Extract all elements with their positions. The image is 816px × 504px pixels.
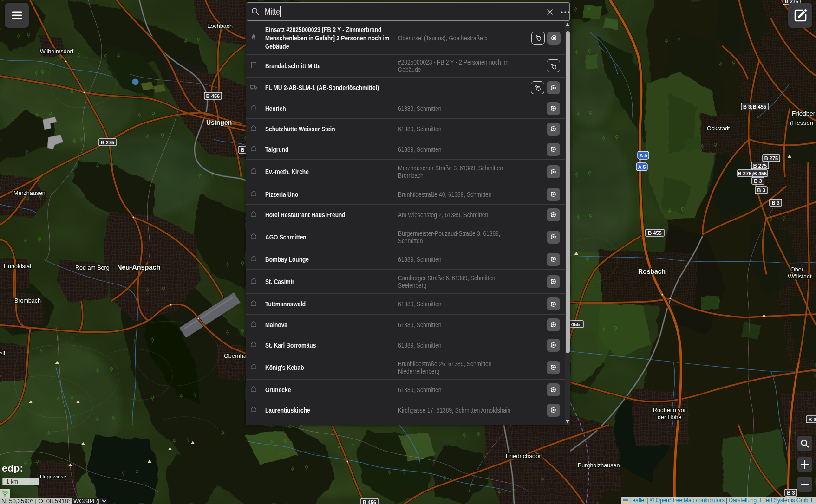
svg-text:B 3;B 455: B 3;B 455: [743, 104, 766, 110]
svg-text:B 3: B 3: [808, 417, 816, 422]
svg-text:Wilhelmsdorf: Wilhelmsdorf: [40, 48, 74, 55]
svg-text:455: 455: [571, 322, 580, 327]
svg-text:Friedber: Friedber: [792, 110, 816, 117]
svg-text:B 3: B 3: [757, 187, 765, 193]
svg-text:Merzhausen: Merzhausen: [13, 190, 46, 196]
svg-text:veil: veil: [0, 350, 5, 357]
svg-text:Obernha: Obernha: [224, 353, 247, 359]
svg-text:(Hessen: (Hessen: [790, 119, 813, 126]
svg-text:Neu-Anspach: Neu-Anspach: [117, 264, 160, 271]
svg-text:Rodheim vor: Rodheim vor: [653, 407, 686, 414]
svg-text:B 455: B 455: [648, 230, 661, 236]
svg-text:Friedrichsdorf: Friedrichsdorf: [506, 452, 543, 459]
svg-text:Rod am Berg: Rod am Berg: [75, 265, 110, 271]
svg-text:Rosbach: Rosbach: [638, 268, 666, 275]
svg-text:Hunoldstal: Hunoldstal: [4, 263, 31, 270]
svg-text:Burgholzhausen: Burgholzhausen: [578, 462, 620, 469]
svg-text:Eschbach: Eschbach: [207, 23, 233, 29]
svg-text:Ockstadt: Ockstadt: [707, 125, 730, 132]
svg-text:Usingen: Usingen: [206, 119, 232, 126]
svg-text:Wöllstadt: Wöllstadt: [788, 273, 812, 280]
svg-text:B 3: B 3: [787, 490, 795, 496]
svg-text:Ober-: Ober-: [790, 266, 805, 273]
svg-text:B 275: B 275: [101, 140, 114, 145]
svg-text:B 275: B 275: [764, 155, 778, 161]
svg-text:B 3: B 3: [754, 178, 762, 184]
svg-text:B 275;B 455: B 275;B 455: [738, 171, 767, 176]
svg-text:Brombach: Brombach: [14, 297, 41, 304]
svg-text:B 275: B 275: [753, 163, 767, 168]
svg-text:B 456: B 456: [363, 499, 376, 504]
svg-text:A 5: A 5: [638, 164, 646, 170]
svg-text:B 3: B 3: [771, 200, 779, 206]
svg-text:Hegewiese: Hegewiese: [40, 474, 66, 479]
svg-text:B 456: B 456: [206, 93, 220, 99]
svg-text:der Höhe: der Höhe: [658, 414, 681, 420]
svg-text:A 5: A 5: [640, 153, 647, 158]
